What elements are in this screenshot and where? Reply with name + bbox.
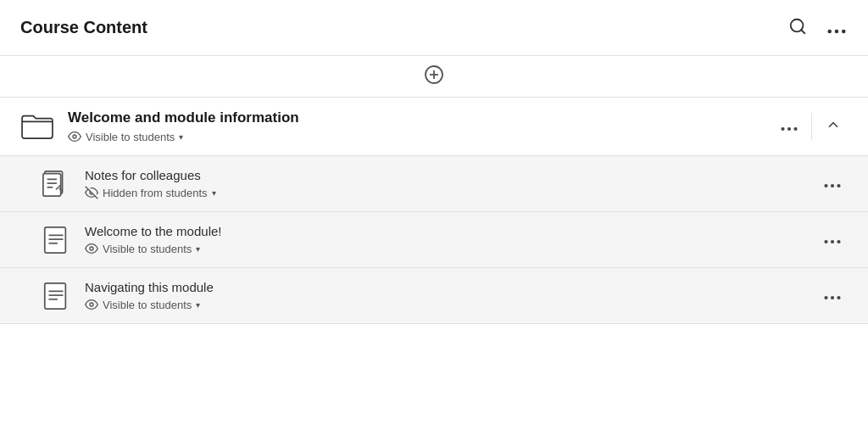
item-content: Welcome to the module! Visible to studen… [41,224,817,255]
list-item: Notes for colleagues Hidden from student… [0,156,868,212]
item-visibility-label: Hidden from students [103,187,208,199]
svg-point-28 [90,247,93,250]
document-icon [41,169,71,199]
item-more-button[interactable] [817,227,848,252]
item-visibility-label: Visible to students [103,243,192,255]
svg-rect-14 [43,173,61,195]
folder-icon [20,112,54,141]
module-section: Welcome and module information Visible t… [0,98,868,324]
page-header: Course Content [0,0,868,56]
svg-point-12 [793,126,797,130]
page-icon [41,281,71,311]
item-visibility[interactable]: Visible to students ▾ [85,242,221,255]
svg-point-31 [837,240,840,243]
item-content: Notes for colleagues Hidden from student… [41,168,817,199]
svg-rect-24 [45,226,66,252]
chevron-down-icon: ▾ [212,188,216,198]
svg-point-36 [90,303,93,306]
module-visibility-label: Visible to students [86,131,175,143]
svg-point-29 [824,240,827,243]
item-visibility[interactable]: Hidden from students ▾ [85,186,216,199]
item-actions [817,171,848,196]
item-visibility-label: Visible to students [103,299,192,311]
header-actions [787,15,848,40]
eye-slash-icon [85,186,98,199]
svg-point-38 [831,296,834,299]
svg-point-37 [824,296,827,299]
page-title: Course Content [20,18,147,37]
item-title: Navigating this module [85,280,214,294]
svg-point-30 [831,240,834,243]
list-item: Navigating this module Visible to studen… [0,268,868,324]
eye-icon [85,298,98,311]
page-icon [41,225,71,255]
svg-point-11 [787,126,791,130]
item-text: Welcome to the module! Visible to studen… [85,224,221,255]
module-title: Welcome and module information [68,109,299,126]
svg-point-4 [842,29,846,33]
chevron-down-icon: ▾ [196,300,200,310]
svg-point-9 [73,135,76,138]
svg-point-2 [827,29,832,33]
item-text: Notes for colleagues Hidden from student… [85,168,216,199]
module-visibility[interactable]: Visible to students ▾ [68,130,299,143]
svg-point-3 [835,29,839,33]
svg-line-1 [801,30,804,33]
add-item-button[interactable] [424,64,444,88]
item-actions [817,283,848,308]
chevron-down-icon: ▾ [196,244,200,254]
items-area: Notes for colleagues Hidden from student… [0,156,868,324]
module-header-text: Welcome and module information Visible t… [68,109,299,143]
svg-rect-32 [45,282,66,308]
more-options-button[interactable] [826,18,848,38]
item-title: Notes for colleagues [85,168,216,182]
module-more-button[interactable] [774,115,804,139]
svg-point-21 [824,184,827,187]
eye-icon [85,242,98,255]
svg-point-39 [837,296,840,299]
chevron-down-icon: ▾ [179,132,183,142]
svg-point-22 [831,184,834,187]
header-divider [811,113,812,140]
collapse-button[interactable] [819,114,848,139]
add-item-row [0,56,868,98]
list-item: Welcome to the module! Visible to studen… [0,212,868,268]
item-more-button[interactable] [817,283,848,308]
module-header-content: Welcome and module information Visible t… [20,109,774,143]
item-content: Navigating this module Visible to studen… [41,280,817,311]
eye-icon [68,130,81,143]
svg-point-23 [837,184,840,187]
module-header: Welcome and module information Visible t… [0,98,868,156]
search-button[interactable] [787,15,809,40]
item-actions [817,227,848,252]
item-text: Navigating this module Visible to studen… [85,280,214,311]
item-title: Welcome to the module! [85,224,221,238]
item-more-button[interactable] [817,171,848,196]
module-header-actions [774,113,848,140]
svg-point-10 [781,126,784,130]
item-visibility[interactable]: Visible to students ▾ [85,298,214,311]
